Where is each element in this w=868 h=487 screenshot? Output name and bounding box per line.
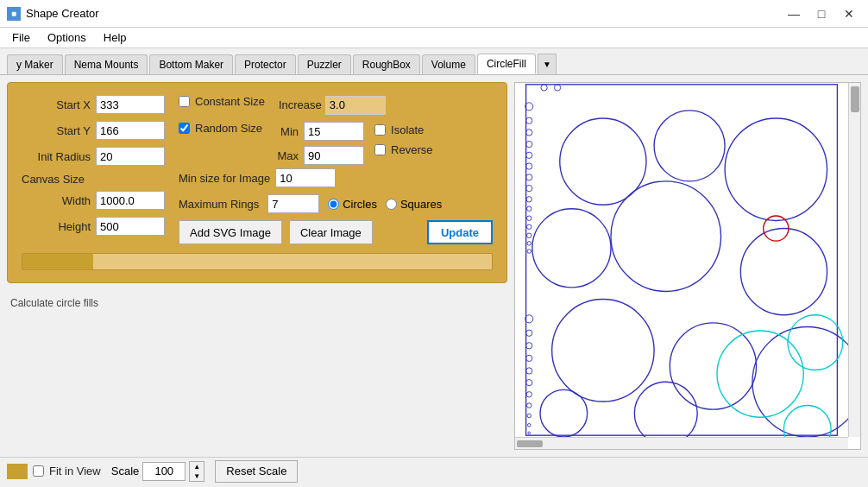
maximum-rings-input[interactable] — [267, 194, 319, 213]
scrollbar-vertical[interactable] — [848, 83, 860, 437]
min-row: Min — [273, 122, 364, 141]
fit-in-view-icon — [7, 464, 28, 479]
start-x-label: Start X — [22, 98, 91, 111]
start-y-row: Start Y — [22, 121, 165, 140]
maximize-button[interactable]: □ — [809, 5, 833, 22]
tab-bottom-maker[interactable]: Bottom Maker — [149, 54, 233, 74]
circles-radio-row: Circles — [328, 198, 377, 211]
app-icon: ■ — [7, 7, 21, 21]
circles-radio[interactable] — [328, 199, 339, 210]
progress-bar-container — [22, 253, 493, 270]
width-row: Width — [22, 191, 165, 210]
app-title: Shape Creator — [26, 7, 782, 20]
tab-protector[interactable]: Protector — [235, 54, 296, 74]
clear-image-button[interactable]: Clear Image — [289, 220, 373, 244]
canvas-size-label: Canvas Size — [22, 173, 85, 186]
max-input[interactable] — [304, 146, 364, 165]
increase-label: Increase — [279, 98, 322, 111]
scale-up-button[interactable]: ▲ — [190, 462, 204, 471]
progress-bar-fill — [22, 254, 93, 269]
fit-in-view-label: Fit in View — [49, 465, 101, 478]
tab-circlefill[interactable]: CircleFill — [477, 54, 536, 74]
reverse-label: Reverse — [391, 143, 432, 156]
right-form-column: Constant Size Increase Random Size — [179, 95, 493, 244]
reverse-checkbox[interactable] — [374, 144, 386, 155]
isolate-row: Isolate — [374, 123, 432, 136]
title-bar: ■ Shape Creator — □ ✕ — [0, 0, 868, 28]
random-size-checkbox[interactable] — [179, 123, 190, 134]
random-size-col: Random Size — [179, 122, 262, 142]
reset-scale-button[interactable]: Reset Scale — [215, 460, 298, 483]
tab-roughbox[interactable]: RoughBox — [353, 54, 420, 74]
canvas-area — [514, 82, 861, 450]
min-size-image-label: Min size for Image — [179, 172, 270, 185]
fit-in-view-checkbox[interactable] — [33, 465, 44, 477]
calculate-label: Calculate circle fills — [10, 297, 98, 309]
minimize-button[interactable]: — — [782, 5, 806, 22]
width-label: Width — [22, 194, 91, 207]
isolate-checkbox[interactable] — [374, 124, 386, 136]
start-x-input[interactable] — [96, 95, 165, 114]
scale-spinners: ▲ ▼ — [189, 461, 204, 482]
constant-size-checkbox-row: Constant Size — [179, 95, 265, 108]
scrollbar-horizontal[interactable] — [515, 437, 848, 449]
add-svg-image-button[interactable]: Add SVG Image — [179, 220, 282, 244]
constant-size-label: Constant Size — [195, 95, 265, 108]
window-controls: — □ ✕ — [782, 5, 861, 22]
squares-radio[interactable] — [386, 199, 397, 210]
isolate-reverse-col: Isolate Reverse — [374, 122, 432, 163]
calculate-status: Calculate circle fills — [7, 290, 507, 309]
max-label: Max — [273, 149, 299, 162]
maximum-rings-label: Maximum Rings — [179, 198, 259, 211]
constant-size-row: Constant Size Increase — [179, 95, 493, 115]
left-form-column: Start X Start Y Init Radius Canvas Size — [22, 95, 165, 244]
random-size-checkbox-row: Random Size — [179, 122, 262, 135]
canvas-svg — [515, 83, 848, 437]
left-panel: Start X Start Y Init Radius Canvas Size — [7, 82, 507, 450]
start-y-input[interactable] — [96, 121, 165, 140]
fit-in-view-section: Fit in View — [7, 464, 101, 479]
min-size-image-input[interactable] — [275, 168, 336, 187]
menu-options[interactable]: Options — [39, 28, 95, 47]
squares-label: Squares — [400, 198, 442, 211]
reverse-row: Reverse — [374, 143, 432, 156]
height-input[interactable] — [96, 217, 165, 236]
height-row: Height — [22, 217, 165, 236]
start-x-row: Start X — [22, 95, 165, 114]
min-input[interactable] — [304, 122, 364, 141]
circles-label: Circles — [343, 198, 377, 211]
scale-input[interactable] — [142, 462, 186, 481]
increase-input[interactable] — [325, 96, 386, 115]
close-button[interactable]: ✕ — [837, 5, 861, 22]
tab-overflow-button[interactable]: ▼ — [538, 54, 557, 74]
buttons-row: Add SVG Image Clear Image Update — [179, 220, 493, 244]
constant-size-checkbox[interactable] — [179, 96, 190, 107]
max-row: Max — [273, 146, 364, 165]
scale-label: Scale — [111, 465, 140, 478]
random-min-isolate-row: Random Size Min Max — [179, 122, 493, 165]
scrollbar-vertical-thumb[interactable] — [851, 86, 859, 112]
scrollbar-horizontal-thumb[interactable] — [517, 440, 543, 447]
min-label: Min — [273, 125, 299, 138]
control-panel: Start X Start Y Init Radius Canvas Size — [7, 82, 507, 283]
max-rings-row: Maximum Rings Circles Squares — [179, 194, 493, 213]
tab-bar: y Maker Nema Mounts Bottom Maker Protect… — [0, 48, 868, 75]
menu-help[interactable]: Help — [95, 28, 135, 47]
svg-rect-0 — [525, 83, 839, 437]
menu-file[interactable]: File — [3, 28, 39, 47]
increase-row: Increase — [279, 96, 386, 115]
init-radius-row: Init Radius — [22, 147, 165, 166]
height-label: Height — [22, 220, 91, 233]
update-button[interactable]: Update — [427, 220, 493, 244]
canvas-size-label-row: Canvas Size — [22, 173, 165, 186]
start-y-label: Start Y — [22, 124, 91, 137]
init-radius-input[interactable] — [96, 147, 165, 166]
tab-volume[interactable]: Volume — [422, 54, 475, 74]
tab-puzzler[interactable]: Puzzler — [298, 54, 351, 74]
tab-nema-mounts[interactable]: Nema Mounts — [65, 54, 148, 74]
init-radius-label: Init Radius — [22, 150, 91, 163]
scale-down-button[interactable]: ▼ — [190, 471, 204, 481]
main-content: Start X Start Y Init Radius Canvas Size — [0, 75, 868, 457]
width-input[interactable] — [96, 191, 165, 210]
tab-y-maker[interactable]: y Maker — [7, 54, 63, 74]
